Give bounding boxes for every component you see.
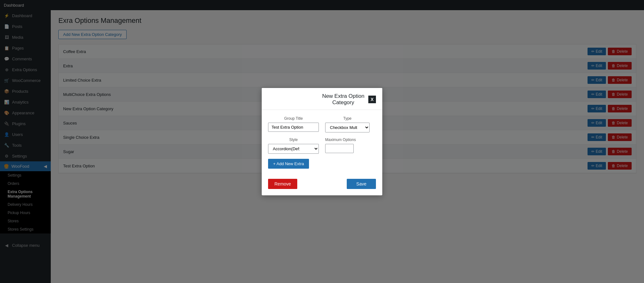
group-title-input[interactable] — [268, 123, 319, 132]
modal-footer: Remove Save — [262, 175, 382, 195]
add-extra-container: + Add New Extra — [268, 159, 376, 169]
modal-body: Group Title Type Checkbox Mult Single Ch… — [262, 110, 382, 175]
modal-header: New Extra Option Category X — [262, 88, 382, 110]
max-options-group: Maximum Options — [325, 138, 356, 154]
type-group: Type Checkbox Mult Single Choice Multi C… — [325, 116, 370, 132]
style-select[interactable]: Accordion(Def: Default Tabs — [268, 144, 319, 154]
form-row-style-max: Style Accordion(Def: Default Tabs Maximu… — [268, 138, 376, 154]
modal: New Extra Option Category X Group Title … — [262, 88, 382, 195]
style-label: Style — [268, 138, 319, 142]
type-label: Type — [325, 116, 370, 121]
remove-button[interactable]: Remove — [268, 179, 297, 189]
modal-overlay: New Extra Option Category X Group Title … — [0, 0, 644, 283]
group-title-group: Group Title — [268, 116, 319, 132]
save-button[interactable]: Save — [347, 179, 376, 189]
group-title-label: Group Title — [268, 116, 319, 121]
add-extra-button[interactable]: + Add New Extra — [268, 159, 309, 169]
form-row-title-type: Group Title Type Checkbox Mult Single Ch… — [268, 116, 376, 132]
type-select[interactable]: Checkbox Mult Single Choice Multi Choice — [325, 123, 370, 132]
max-options-input[interactable] — [325, 144, 354, 153]
style-group: Style Accordion(Def: Default Tabs — [268, 138, 319, 154]
modal-close-button[interactable]: X — [368, 96, 376, 103]
max-options-label: Maximum Options — [325, 138, 356, 142]
modal-title: New Extra Option Category — [318, 93, 368, 106]
